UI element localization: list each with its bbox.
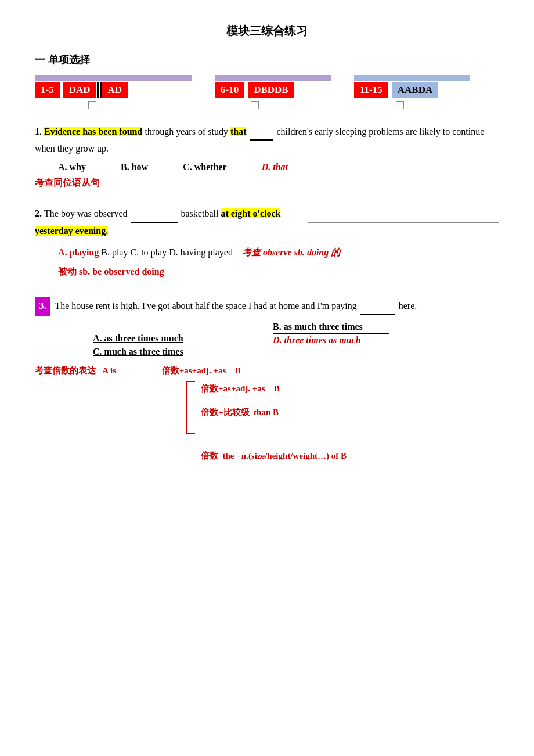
checkbox1[interactable] — [88, 101, 96, 109]
q1-note: 考查同位语从句 — [35, 177, 499, 189]
range-3-label: 11-15 — [354, 82, 388, 98]
q3-opt-d: D. three times as much — [273, 335, 361, 345]
q1-text: 1. Evidence has been found through years… — [35, 124, 499, 156]
q3-opt-empty — [273, 347, 499, 357]
q3-blank — [360, 298, 395, 315]
q1-opt-c: C. whether — [183, 162, 227, 172]
brace-item-3: 倍数 the +n.(size/height/weight…) of B — [201, 448, 347, 464]
answer-bar: 1-5 DAD AD 6-10 DBDDB — [35, 75, 499, 110]
page-title: 模块三综合练习 — [35, 23, 499, 39]
brace-item-1: 倍数+as+adj. +as B — [201, 381, 347, 397]
q3-opt-b-label: B. as much three times — [273, 322, 499, 332]
range-1-label: 1-5 — [35, 82, 60, 98]
brace-item-2: 倍数+比较级 than B — [201, 405, 347, 420]
ans-dad: DAD — [63, 82, 96, 98]
q2-note2: 被动 sb. be observed doing — [58, 266, 499, 278]
q3-d-underline — [273, 333, 389, 334]
question-1: 1. Evidence has been found through years… — [35, 124, 499, 189]
q3-options: B. as much three times A. as three times… — [35, 322, 499, 357]
q2-note1: 考查 observe sb. doing 的 — [242, 247, 340, 257]
q1-opt-a: A. why — [58, 162, 86, 172]
q2-opt-a: A. playing — [58, 247, 99, 257]
q2-answer-box — [308, 206, 499, 223]
brace-container — [186, 381, 195, 464]
checkbox3[interactable] — [396, 101, 404, 109]
range-2-label: 6-10 — [215, 82, 244, 98]
question-2: 2. The boy was observed basketball at ei… — [35, 206, 499, 280]
ans-aabda: AABDA — [392, 82, 438, 98]
divider2 — [100, 82, 102, 98]
ans-ad: AD — [102, 82, 128, 98]
q3-note-intro: 考查倍数的表达 A is 倍数+as+adj. +as B — [35, 363, 499, 379]
q1-blank — [250, 124, 273, 141]
q2-number: 2. — [35, 208, 44, 218]
q3-opt-a-full: A. as three times much — [46, 333, 273, 345]
q3-opt-a — [46, 322, 273, 332]
q3-opt-c-full: C. much as three times — [46, 347, 273, 357]
q1-options: A. why B. how C. whether D. that — [35, 162, 499, 172]
question-3: 3. The house rent is high. I've got abou… — [35, 297, 499, 464]
q3-number-box: 3. — [35, 297, 50, 316]
checkbox2[interactable] — [251, 101, 259, 109]
section-label: 一 单项选择 — [35, 53, 499, 67]
q3-text: 3. The house rent is high. I've got abou… — [35, 297, 499, 316]
ans-dbddb: DBDDB — [248, 82, 294, 98]
q2-options-text: A. playing B. play C. to play D. having … — [35, 244, 499, 260]
q1-opt-d: D. that — [262, 162, 288, 172]
brace-items: 倍数+as+adj. +as B 倍数+比较级 than B 倍数 the +n… — [201, 381, 347, 464]
q1-opt-b: B. how — [121, 162, 148, 172]
divider — [97, 82, 99, 98]
q2-blank — [131, 206, 178, 222]
q3-bracket-section: 倍数+as+adj. +as B 倍数+比较级 than B 倍数 the +n… — [186, 381, 499, 464]
q1-number: 1. — [35, 127, 44, 136]
q3-opt-d-wrapper: D. three times as much — [273, 333, 499, 345]
q1-highlight1: Evidence has been found — [44, 127, 142, 136]
q1-that: that — [230, 127, 247, 136]
q3-note-block: 考查倍数的表达 A is 倍数+as+adj. +as B 倍数+as+adj.… — [35, 363, 499, 464]
